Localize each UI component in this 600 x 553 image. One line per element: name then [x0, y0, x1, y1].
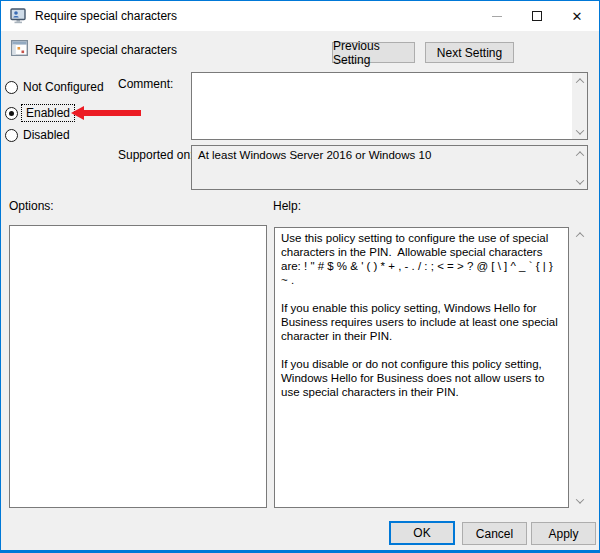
- help-scrollbar[interactable]: [572, 227, 588, 508]
- maximize-button[interactable]: [517, 1, 557, 31]
- chevron-up-icon: [575, 151, 583, 159]
- radio-enabled[interactable]: Enabled: [5, 104, 75, 122]
- chevron-down-icon: [576, 495, 584, 503]
- minimize-button[interactable]: [477, 1, 517, 31]
- chevron-down-icon: [575, 176, 583, 184]
- maximize-icon: [532, 11, 542, 21]
- ok-button[interactable]: OK: [389, 521, 455, 545]
- window-title: Require special characters: [35, 9, 177, 23]
- scroll-down-button[interactable]: [572, 493, 588, 508]
- radio-label-disabled: Disabled: [23, 128, 70, 142]
- cancel-button[interactable]: Cancel: [462, 522, 527, 545]
- help-text: Use this policy setting to configure the…: [275, 228, 568, 402]
- arrow-head-icon: [71, 106, 84, 120]
- radio-disabled[interactable]: Disabled: [5, 128, 70, 142]
- policy-name-label: Require special characters: [35, 43, 177, 57]
- previous-setting-button[interactable]: Previous Setting: [332, 42, 415, 63]
- scroll-up-button[interactable]: [572, 73, 587, 88]
- supported-on-value: At least Windows Server 2016 or Windows …: [192, 146, 587, 164]
- apply-button[interactable]: Apply: [531, 522, 596, 545]
- supported-on-field: At least Windows Server 2016 or Windows …: [191, 145, 588, 190]
- help-panel-body: Use this policy setting to configure the…: [274, 227, 569, 508]
- supported-on-label: Supported on:: [118, 148, 193, 162]
- supported-on-scrollbar[interactable]: [572, 146, 587, 189]
- scroll-down-button[interactable]: [572, 124, 587, 139]
- comment-label: Comment:: [118, 77, 173, 91]
- radio-circle-enabled[interactable]: [5, 107, 18, 120]
- chevron-up-icon: [575, 78, 583, 86]
- policy-setting-icon: [11, 40, 28, 56]
- scroll-down-button[interactable]: [572, 174, 587, 189]
- radio-circle-not-configured[interactable]: [5, 81, 18, 94]
- scroll-up-button[interactable]: [572, 146, 587, 161]
- options-panel-body: [9, 225, 267, 508]
- minimize-icon: [492, 16, 502, 17]
- radio-label-enabled: Enabled: [21, 104, 75, 122]
- comment-scrollbar[interactable]: [572, 73, 587, 139]
- scroll-up-button[interactable]: [572, 227, 588, 242]
- close-button[interactable]: ✕: [557, 1, 597, 31]
- radio-circle-disabled[interactable]: [5, 129, 18, 142]
- options-label: Options:: [9, 199, 54, 213]
- chevron-down-icon: [575, 126, 583, 134]
- titlebar: Require special characters ✕: [1, 1, 599, 31]
- window-controls: ✕: [477, 1, 597, 31]
- policy-dialog-window: Require special characters ✕ Require spe…: [0, 0, 600, 553]
- arrow-shaft: [84, 110, 141, 116]
- radio-label-not-configured: Not Configured: [23, 80, 104, 94]
- red-arrow-annotation: [71, 106, 141, 120]
- group-policy-app-icon: [10, 8, 27, 24]
- chevron-up-icon: [576, 232, 584, 240]
- comment-input[interactable]: [191, 72, 588, 140]
- radio-not-configured[interactable]: Not Configured: [5, 80, 104, 94]
- help-label: Help:: [273, 199, 301, 213]
- next-setting-button[interactable]: Next Setting: [425, 42, 514, 63]
- close-icon: ✕: [572, 10, 583, 23]
